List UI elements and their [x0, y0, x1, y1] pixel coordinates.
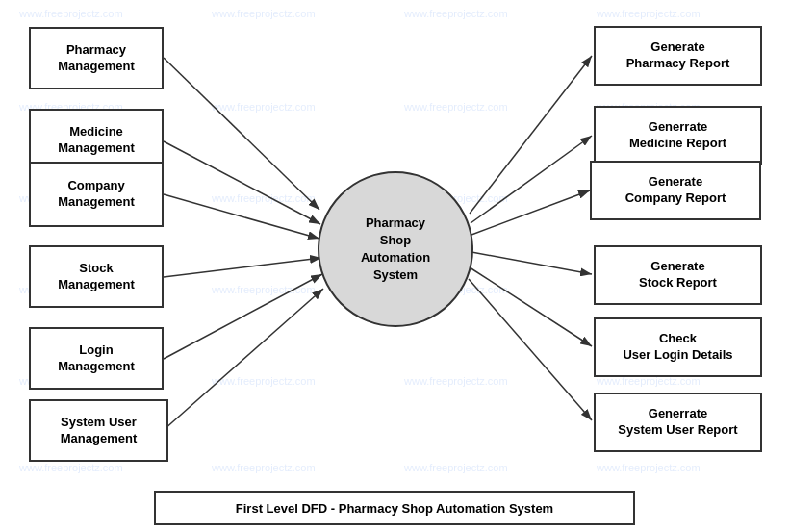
watermark: www.freeprojectz.com: [212, 8, 316, 19]
svg-line-2: [164, 141, 320, 224]
pharmacy-management-box: Pharmacy Management: [29, 27, 164, 89]
watermark: www.freeprojectz.com: [404, 462, 508, 473]
watermark: www.freeprojectz.com: [212, 192, 316, 204]
watermark: www.freeprojectz.com: [212, 462, 316, 473]
gen-stock-box: GenerateStock Report: [594, 245, 762, 305]
watermark: www.freeprojectz.com: [212, 101, 316, 113]
company-management-box: CompanyManagement: [29, 162, 164, 227]
sysuser-management-box: System UserManagement: [29, 399, 168, 462]
svg-line-4: [164, 258, 321, 277]
check-login-box: CheckUser Login Details: [594, 317, 762, 377]
svg-line-11: [470, 267, 592, 346]
watermark: www.freeprojectz.com: [19, 8, 123, 19]
watermark: www.freeprojectz.com: [597, 462, 701, 473]
stock-management-box: StockManagement: [29, 245, 164, 308]
caption-box: First Level DFD - Pharmacy Shop Automati…: [154, 491, 635, 525]
gen-sysuser-box: GenerrateSystem User Report: [594, 393, 762, 452]
svg-line-3: [164, 194, 319, 239]
svg-line-8: [471, 136, 592, 223]
login-management-box: LoginManagement: [29, 327, 164, 390]
watermark: www.freeprojectz.com: [212, 375, 316, 387]
gen-pharmacy-box: GeneratePharmacy Report: [594, 26, 762, 86]
svg-line-12: [469, 279, 592, 420]
watermark: www.freeprojectz.com: [404, 101, 508, 113]
svg-line-6: [164, 289, 323, 430]
gen-medicine-box: GenerrateMedicine Report: [594, 106, 762, 165]
watermark: www.freeprojectz.com: [212, 284, 316, 295]
watermark: www.freeprojectz.com: [404, 375, 508, 387]
watermark: www.freeprojectz.com: [597, 8, 701, 19]
gen-company-box: GenerateCompany Report: [590, 161, 761, 220]
watermark: www.freeprojectz.com: [404, 8, 508, 19]
svg-line-9: [471, 190, 590, 235]
center-circle: PharmacyShopAutomationSystem: [318, 171, 473, 327]
watermark: www.freeprojectz.com: [19, 462, 123, 473]
svg-line-10: [471, 252, 592, 274]
svg-line-1: [164, 58, 319, 210]
svg-line-5: [164, 274, 322, 359]
diagram-container: www.freeprojectz.com www.freeprojectz.co…: [0, 0, 790, 532]
svg-line-7: [470, 56, 592, 214]
